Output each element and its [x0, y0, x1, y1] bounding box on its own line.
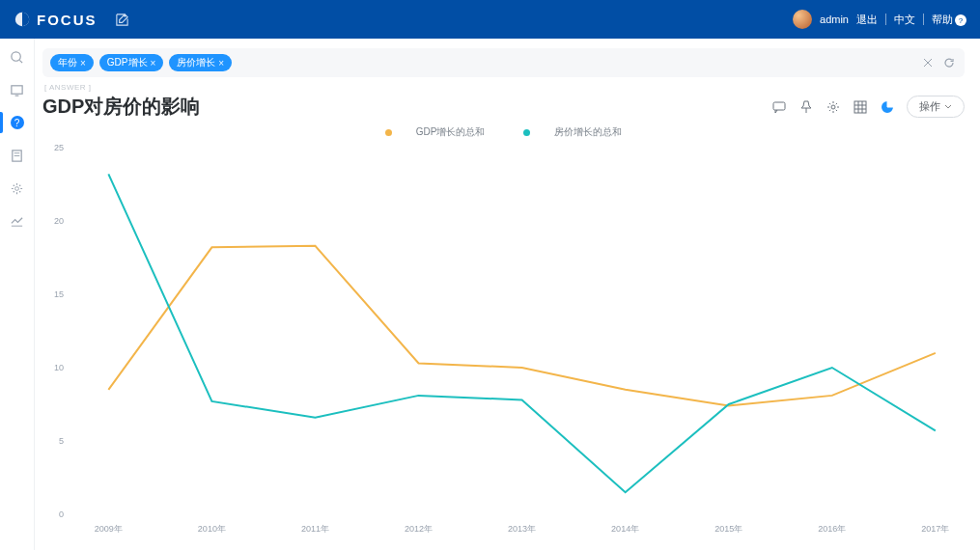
svg-text:0: 0 [59, 509, 64, 519]
user-area: admin 退出 中文 帮助? [793, 10, 966, 29]
logout-link[interactable]: 退出 [856, 13, 878, 27]
chip-remove-icon[interactable]: × [218, 58, 224, 69]
svg-rect-13 [854, 101, 866, 113]
operate-dropdown[interactable]: 操作 [907, 96, 965, 118]
legend-item[interactable]: 房价增长的总和 [514, 125, 631, 139]
svg-text:2012年: 2012年 [405, 524, 433, 534]
svg-text:2016年: 2016年 [818, 524, 846, 534]
help-link[interactable]: 帮助? [932, 13, 966, 27]
line-chart: 05101520252009年2010年2011年2012年2013年2014年… [42, 143, 965, 543]
compose-button[interactable] [115, 13, 129, 27]
svg-point-12 [831, 105, 835, 109]
clear-query-button[interactable] [920, 55, 936, 70]
svg-text:2013年: 2013年 [508, 524, 536, 534]
avatar[interactable] [793, 10, 812, 29]
svg-text:2011年: 2011年 [301, 524, 329, 534]
brand-text: FOCUS [37, 12, 98, 28]
app-logo: FOCUS [14, 11, 98, 28]
sidebar-board[interactable] [7, 79, 28, 100]
svg-text:2014年: 2014年 [611, 524, 639, 534]
svg-text:2015年: 2015年 [714, 524, 742, 534]
svg-text:5: 5 [59, 436, 64, 446]
svg-rect-11 [773, 102, 785, 110]
svg-text:20: 20 [54, 216, 64, 226]
sidebar-data[interactable] [7, 145, 28, 166]
sidebar-settings[interactable] [7, 178, 28, 199]
lang-link[interactable]: 中文 [894, 13, 915, 27]
pin-button[interactable] [798, 99, 814, 115]
chip-remove-icon[interactable]: × [151, 58, 156, 69]
page-title: GDP对房价的影响 [42, 94, 200, 120]
svg-point-0 [12, 51, 20, 60]
chip-gdp[interactable]: GDP增长× [99, 54, 164, 71]
svg-text:2017年: 2017年 [921, 524, 949, 534]
svg-text:2010年: 2010年 [198, 524, 226, 534]
chip-house[interactable]: 房价增长× [169, 54, 232, 71]
svg-text:10: 10 [54, 363, 64, 372]
svg-text:2009年: 2009年 [95, 524, 123, 534]
left-sidebar: ? [0, 39, 35, 550]
svg-text:15: 15 [54, 289, 64, 299]
refresh-button[interactable] [941, 55, 957, 70]
sidebar-trend[interactable] [7, 210, 28, 232]
settings-button[interactable] [826, 99, 841, 115]
chip-year[interactable]: 年份× [50, 54, 94, 71]
svg-text:25: 25 [54, 143, 64, 152]
sidebar-help-active[interactable]: ? [7, 112, 28, 133]
comment-button[interactable] [771, 99, 787, 115]
legend-item[interactable]: GDP增长的总和 [376, 125, 495, 139]
chip-remove-icon[interactable]: × [80, 58, 86, 69]
svg-line-1 [19, 60, 22, 63]
svg-point-7 [15, 186, 19, 190]
chart-legend: GDP增长的总和房价增长的总和 [42, 125, 965, 139]
username: admin [820, 14, 849, 25]
filter-chips: 年份× GDP增长× 房价增长× [50, 54, 232, 71]
sidebar-search[interactable] [7, 46, 28, 68]
table-button[interactable] [853, 99, 868, 115]
chart-type-button[interactable] [880, 99, 895, 115]
chart-toolbar: 操作 [771, 96, 965, 118]
answer-tag: [ ANSWER ] [44, 83, 965, 92]
svg-rect-2 [12, 85, 22, 93]
query-bar[interactable]: 年份× GDP增长× 房价增长× [42, 48, 965, 77]
